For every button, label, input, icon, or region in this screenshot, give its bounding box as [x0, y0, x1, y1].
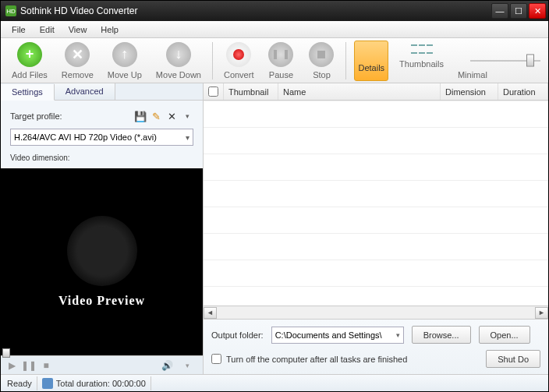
preview-stop-button[interactable]: ■: [40, 359, 52, 372]
pause-label: Pause: [269, 70, 293, 79]
details-view-button[interactable]: Details: [354, 41, 388, 81]
move-down-label: Move Down: [156, 70, 201, 79]
plus-icon: +: [17, 42, 42, 67]
shutdown-checkbox[interactable]: [211, 354, 221, 364]
menu-view[interactable]: View: [62, 23, 94, 37]
chevron-down-icon: ▾: [396, 331, 400, 339]
select-all-checkbox[interactable]: [208, 87, 218, 97]
pause-button[interactable]: Pause: [264, 41, 297, 81]
seek-bar[interactable]: [1, 351, 203, 356]
minimal-label: Minimal: [458, 70, 487, 79]
arrow-up-icon: ↑: [112, 42, 137, 67]
scroll-right-button[interactable]: ►: [535, 307, 548, 319]
horizontal-scrollbar[interactable]: ◄ ►: [204, 305, 548, 319]
col-duration[interactable]: Duration: [498, 83, 548, 100]
status-ready: Ready: [7, 379, 32, 388]
convert-label: Convert: [224, 70, 254, 79]
x-icon: ✕: [65, 42, 90, 67]
record-icon: [226, 42, 251, 67]
output-folder-label: Output folder:: [211, 330, 264, 340]
menu-file[interactable]: File: [5, 23, 32, 37]
menu-help[interactable]: Help: [94, 23, 125, 37]
output-path-value: C:\Documents and Settings\: [275, 330, 382, 340]
slider-thumb[interactable]: [526, 54, 534, 66]
video-preview: Video Preview: [1, 168, 203, 355]
col-dimension[interactable]: Dimension: [441, 83, 498, 100]
minimize-button[interactable]: —: [491, 3, 508, 19]
grid-icon: [411, 42, 433, 56]
details-label: Details: [358, 63, 384, 72]
move-up-button[interactable]: ↑ Move Up: [104, 41, 145, 81]
maximize-button[interactable]: ☐: [510, 3, 527, 19]
open-button[interactable]: Open...: [479, 326, 530, 344]
tab-advanced[interactable]: Advanced: [55, 83, 115, 100]
col-name[interactable]: Name: [278, 83, 441, 100]
col-thumbnail[interactable]: Thumbnail: [224, 83, 278, 100]
tab-settings[interactable]: Settings: [1, 84, 55, 101]
preview-pause-button[interactable]: ❚❚: [23, 359, 35, 372]
file-table-header: Thumbnail Name Dimension Duration: [204, 83, 548, 101]
output-folder-select[interactable]: C:\Documents and Settings\ ▾: [271, 327, 404, 344]
volume-down-icon[interactable]: ▾: [181, 359, 193, 372]
close-button[interactable]: ✕: [529, 3, 546, 19]
arrow-down-icon: ↓: [166, 42, 191, 67]
move-down-button[interactable]: ↓ Move Down: [153, 41, 204, 81]
stop-button[interactable]: Stop: [305, 41, 338, 81]
remove-button[interactable]: ✕ Remove: [58, 41, 97, 81]
shutdown-label: Turn off the computer after all tasks ar…: [226, 355, 407, 364]
file-table-body: [204, 101, 548, 305]
status-duration: Total duration: 00:00:00: [56, 379, 146, 388]
menu-edit[interactable]: Edit: [34, 23, 61, 37]
video-dimension-label: Video dimension:: [10, 154, 193, 162]
chevron-down-icon: ▾: [186, 133, 189, 142]
shutdown-button[interactable]: Shut Do: [486, 350, 540, 368]
add-files-label: Add Files: [12, 70, 48, 79]
stop-label: Stop: [313, 70, 331, 79]
app-icon: HD: [5, 5, 16, 16]
list-icon: [360, 43, 382, 60]
convert-button[interactable]: Convert: [221, 41, 257, 81]
pause-icon: [268, 42, 293, 67]
browse-button[interactable]: Browse...: [412, 326, 471, 344]
preview-text: Video Preview: [58, 294, 145, 308]
status-icon: [42, 378, 53, 389]
save-profile-icon[interactable]: 💾: [134, 110, 147, 122]
move-up-label: Move Up: [108, 70, 142, 79]
edit-profile-icon[interactable]: ✎: [150, 110, 162, 122]
thumbnails-label: Thumbnails: [399, 59, 444, 69]
profile-dropdown-icon[interactable]: ▾: [181, 110, 193, 122]
seek-handle[interactable]: [2, 348, 10, 358]
profile-value: H.264/AVC AVI HD 720p Video (*.avi): [14, 132, 157, 142]
play-button[interactable]: ▶: [5, 359, 18, 372]
add-files-button[interactable]: + Add Files: [9, 41, 51, 81]
scroll-left-button[interactable]: ◄: [204, 307, 217, 319]
stop-icon: [309, 42, 334, 67]
remove-label: Remove: [62, 70, 94, 79]
thumbnails-view-button[interactable]: Thumbnails: [396, 41, 447, 81]
film-reel-icon: [67, 216, 137, 286]
volume-icon[interactable]: 🔊: [161, 359, 173, 372]
delete-profile-icon[interactable]: ✕: [165, 110, 178, 122]
target-profile-select[interactable]: H.264/AVC AVI HD 720p Video (*.avi) ▾: [10, 129, 193, 146]
window-title: Sothink HD Video Converter: [20, 5, 491, 16]
zoom-slider[interactable]: [470, 60, 540, 61]
target-profile-label: Target profile:: [10, 111, 62, 121]
